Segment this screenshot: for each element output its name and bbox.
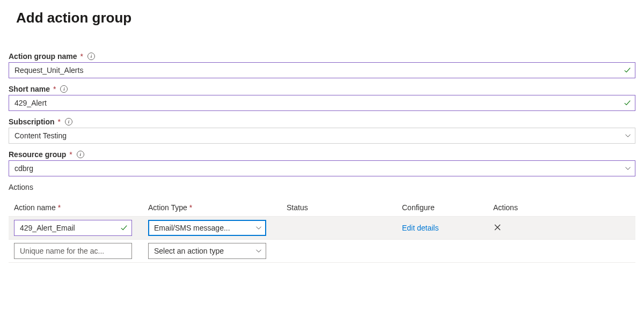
action-configure-cell [397,240,488,263]
required-star: * [80,52,83,61]
field-action-group-name: Action group name * [9,52,635,78]
label-action-group-name: Action group name [9,52,77,61]
field-short-name: Short name * [9,85,635,111]
col-header-action-type: Action Type [143,199,281,217]
info-icon[interactable] [87,53,95,60]
action-row: Select an action type [9,240,635,263]
col-header-actions: Actions [488,199,635,217]
label-short-name: Short name [9,85,50,93]
actions-table: Action name Action Type Status Configure… [9,199,635,263]
action-name-input[interactable] [14,243,132,259]
action-actions-cell [488,240,635,263]
input-action-group-name[interactable] [9,62,635,78]
select-resource-group[interactable]: cdbrg [9,160,635,176]
action-status-cell [281,217,397,240]
required-star: * [58,117,61,126]
action-type-select[interactable]: Email/SMS message... [148,220,266,236]
field-resource-group: Resource group * cdbrg [9,150,635,176]
action-type-select[interactable]: Select an action type [148,243,266,259]
label-subscription: Subscription [9,117,55,126]
col-header-configure: Configure [397,199,488,217]
info-icon[interactable] [65,118,72,125]
info-icon[interactable] [60,85,68,93]
action-status-cell [281,240,397,263]
col-header-action-name: Action name [9,199,143,217]
actions-heading: Actions [9,183,635,191]
field-subscription: Subscription * Content Testing [9,117,635,144]
edit-details-link[interactable]: Edit details [402,224,438,232]
select-subscription[interactable]: Content Testing [9,128,635,144]
delete-action-button[interactable] [493,223,502,232]
action-row: Email/SMS message... Edit details [9,217,635,240]
input-short-name[interactable] [9,95,635,111]
info-icon[interactable] [77,151,84,158]
page-title: Add action group [16,10,635,26]
action-name-input[interactable] [14,220,132,236]
required-star: * [69,150,72,159]
required-star: * [53,85,56,93]
col-header-status: Status [281,199,397,217]
label-resource-group: Resource group [9,150,66,159]
